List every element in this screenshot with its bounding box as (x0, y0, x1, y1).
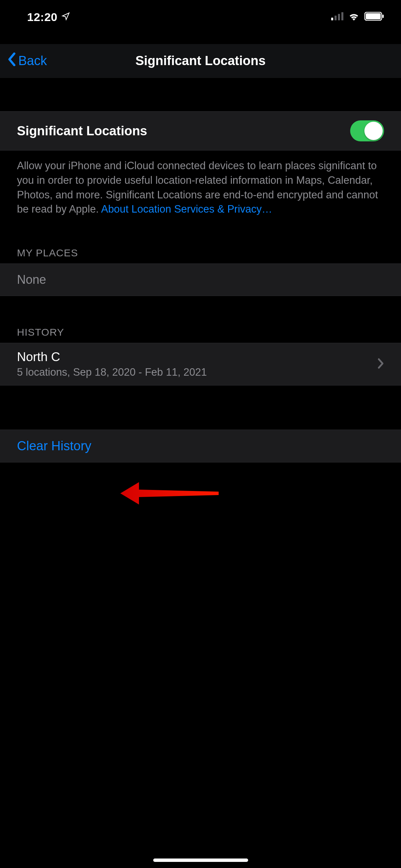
location-privacy-link[interactable]: About Location Services & Privacy… (101, 203, 272, 215)
status-left-group: 12:20 (27, 11, 70, 24)
battery-icon (364, 12, 384, 22)
svg-rect-3 (341, 12, 343, 20)
toggle-knob (364, 122, 383, 140)
chevron-left-icon (7, 53, 17, 69)
back-label: Back (18, 54, 47, 68)
annotation-arrow-icon (120, 478, 222, 509)
history-place-name: North C (17, 350, 207, 364)
chevron-right-icon (377, 358, 384, 371)
status-bar: 12:20 (0, 0, 401, 34)
home-indicator[interactable] (153, 859, 248, 862)
my-places-section: MY PLACES None (0, 247, 401, 296)
history-place-detail: 5 locations, Sep 18, 2020 - Feb 11, 2021 (17, 366, 207, 378)
svg-rect-5 (366, 13, 381, 19)
status-time: 12:20 (27, 11, 57, 24)
svg-marker-8 (122, 495, 218, 506)
history-header: HISTORY (0, 327, 401, 343)
my-places-value: None (0, 263, 401, 296)
history-item[interactable]: North C 5 locations, Sep 18, 2020 - Feb … (0, 343, 401, 386)
significant-locations-section: Significant Locations Allow your iPhone … (0, 111, 401, 217)
significant-locations-description: Allow your iPhone and iCloud connected d… (0, 151, 401, 217)
svg-rect-6 (382, 15, 384, 18)
status-right-group (331, 12, 384, 22)
location-arrow-icon (61, 12, 70, 22)
history-section: HISTORY North C 5 locations, Sep 18, 202… (0, 327, 401, 386)
significant-locations-toggle[interactable] (350, 120, 384, 141)
cellular-signal-icon (331, 12, 343, 22)
svg-rect-2 (338, 14, 340, 20)
wifi-icon (348, 12, 360, 22)
significant-locations-toggle-row[interactable]: Significant Locations (0, 111, 401, 151)
toggle-label: Significant Locations (17, 124, 147, 138)
my-places-header: MY PLACES (0, 247, 401, 263)
clear-history-label: Clear History (17, 439, 92, 453)
back-button[interactable]: Back (7, 53, 47, 69)
page-title: Significant Locations (0, 54, 401, 68)
nav-bar: Back Significant Locations (0, 44, 401, 78)
svg-marker-7 (120, 482, 219, 505)
clear-history-button[interactable]: Clear History (0, 430, 401, 462)
svg-rect-1 (335, 16, 337, 20)
svg-rect-0 (331, 18, 333, 20)
